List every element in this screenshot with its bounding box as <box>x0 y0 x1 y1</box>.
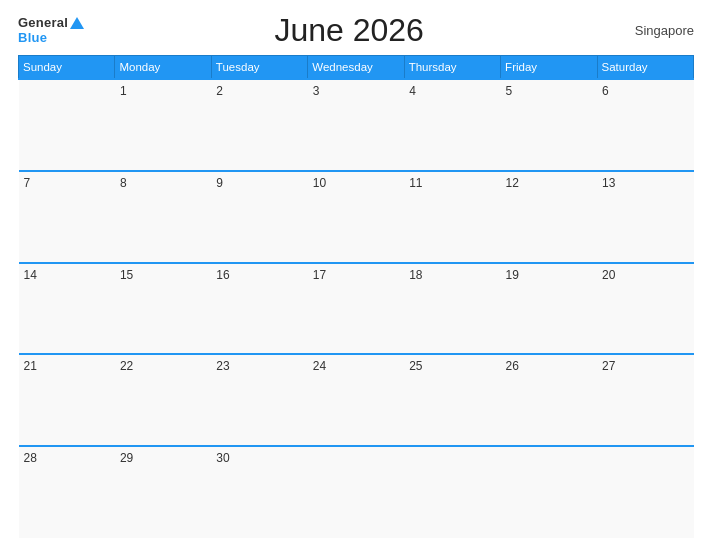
calendar-cell-w4-d4: 24 <box>308 354 404 446</box>
day-number-12: 12 <box>506 176 519 190</box>
calendar-cell-w1-d7: 6 <box>597 79 693 171</box>
calendar-cell-w2-d7: 13 <box>597 171 693 263</box>
calendar-cell-w3-d6: 19 <box>501 263 597 355</box>
header-thursday: Thursday <box>404 56 500 80</box>
header-saturday: Saturday <box>597 56 693 80</box>
header-monday: Monday <box>115 56 211 80</box>
calendar-cell-w2-d5: 11 <box>404 171 500 263</box>
calendar-cell-w2-d2: 8 <box>115 171 211 263</box>
logo-triangle-icon <box>70 17 84 29</box>
day-number-17: 17 <box>313 268 326 282</box>
page-wrapper: General Blue June 2026 Singapore Sunday … <box>0 0 712 550</box>
calendar-week-4: 21222324252627 <box>19 354 694 446</box>
header-tuesday: Tuesday <box>211 56 307 80</box>
calendar-table: Sunday Monday Tuesday Wednesday Thursday… <box>18 55 694 538</box>
day-number-30: 30 <box>216 451 229 465</box>
day-number-7: 7 <box>24 176 31 190</box>
day-number-28: 28 <box>24 451 37 465</box>
header-wednesday: Wednesday <box>308 56 404 80</box>
day-number-8: 8 <box>120 176 127 190</box>
calendar-week-1: 123456 <box>19 79 694 171</box>
day-number-4: 4 <box>409 84 416 98</box>
location-label: Singapore <box>614 23 694 38</box>
calendar-cell-w1-d4: 3 <box>308 79 404 171</box>
day-number-18: 18 <box>409 268 422 282</box>
day-headers-row: Sunday Monday Tuesday Wednesday Thursday… <box>19 56 694 80</box>
calendar-cell-w1-d3: 2 <box>211 79 307 171</box>
day-number-9: 9 <box>216 176 223 190</box>
calendar-week-3: 14151617181920 <box>19 263 694 355</box>
day-number-11: 11 <box>409 176 422 190</box>
calendar-cell-w4-d6: 26 <box>501 354 597 446</box>
calendar-cell-w4-d1: 21 <box>19 354 115 446</box>
day-number-15: 15 <box>120 268 133 282</box>
day-number-16: 16 <box>216 268 229 282</box>
calendar-cell-w2-d3: 9 <box>211 171 307 263</box>
day-number-21: 21 <box>24 359 37 373</box>
calendar-cell-w5-d2: 29 <box>115 446 211 538</box>
calendar-cell-w5-d7 <box>597 446 693 538</box>
calendar-cell-w2-d6: 12 <box>501 171 597 263</box>
calendar-cell-w2-d4: 10 <box>308 171 404 263</box>
calendar-cell-w1-d2: 1 <box>115 79 211 171</box>
calendar-cell-w3-d2: 15 <box>115 263 211 355</box>
calendar-cell-w5-d1: 28 <box>19 446 115 538</box>
calendar-cell-w4-d2: 22 <box>115 354 211 446</box>
calendar-cell-w1-d5: 4 <box>404 79 500 171</box>
day-number-13: 13 <box>602 176 615 190</box>
day-number-23: 23 <box>216 359 229 373</box>
calendar-cell-w2-d1: 7 <box>19 171 115 263</box>
header-sunday: Sunday <box>19 56 115 80</box>
calendar-week-2: 78910111213 <box>19 171 694 263</box>
day-number-29: 29 <box>120 451 133 465</box>
calendar-cell-w4-d7: 27 <box>597 354 693 446</box>
calendar-cell-w1-d6: 5 <box>501 79 597 171</box>
day-number-5: 5 <box>506 84 513 98</box>
calendar-cell-w1-d1 <box>19 79 115 171</box>
calendar-week-5: 282930 <box>19 446 694 538</box>
day-number-25: 25 <box>409 359 422 373</box>
day-number-6: 6 <box>602 84 609 98</box>
header: General Blue June 2026 Singapore <box>18 12 694 49</box>
day-number-20: 20 <box>602 268 615 282</box>
calendar-cell-w5-d3: 30 <box>211 446 307 538</box>
day-number-1: 1 <box>120 84 127 98</box>
day-number-22: 22 <box>120 359 133 373</box>
day-number-14: 14 <box>24 268 37 282</box>
calendar-header: Sunday Monday Tuesday Wednesday Thursday… <box>19 56 694 80</box>
calendar-cell-w3-d1: 14 <box>19 263 115 355</box>
day-number-24: 24 <box>313 359 326 373</box>
calendar-cell-w3-d5: 18 <box>404 263 500 355</box>
calendar-title: June 2026 <box>84 12 614 49</box>
calendar-cell-w5-d6 <box>501 446 597 538</box>
day-number-2: 2 <box>216 84 223 98</box>
day-number-3: 3 <box>313 84 320 98</box>
logo-general-text: General <box>18 16 84 30</box>
header-friday: Friday <box>501 56 597 80</box>
logo-blue-text: Blue <box>18 31 47 45</box>
day-number-19: 19 <box>506 268 519 282</box>
day-number-26: 26 <box>506 359 519 373</box>
day-number-27: 27 <box>602 359 615 373</box>
calendar-cell-w5-d5 <box>404 446 500 538</box>
calendar-body: 1234567891011121314151617181920212223242… <box>19 79 694 538</box>
calendar-cell-w4-d5: 25 <box>404 354 500 446</box>
day-number-10: 10 <box>313 176 326 190</box>
calendar-cell-w4-d3: 23 <box>211 354 307 446</box>
calendar-cell-w3-d4: 17 <box>308 263 404 355</box>
calendar-cell-w5-d4 <box>308 446 404 538</box>
logo: General Blue <box>18 16 84 45</box>
calendar-cell-w3-d3: 16 <box>211 263 307 355</box>
calendar-cell-w3-d7: 20 <box>597 263 693 355</box>
